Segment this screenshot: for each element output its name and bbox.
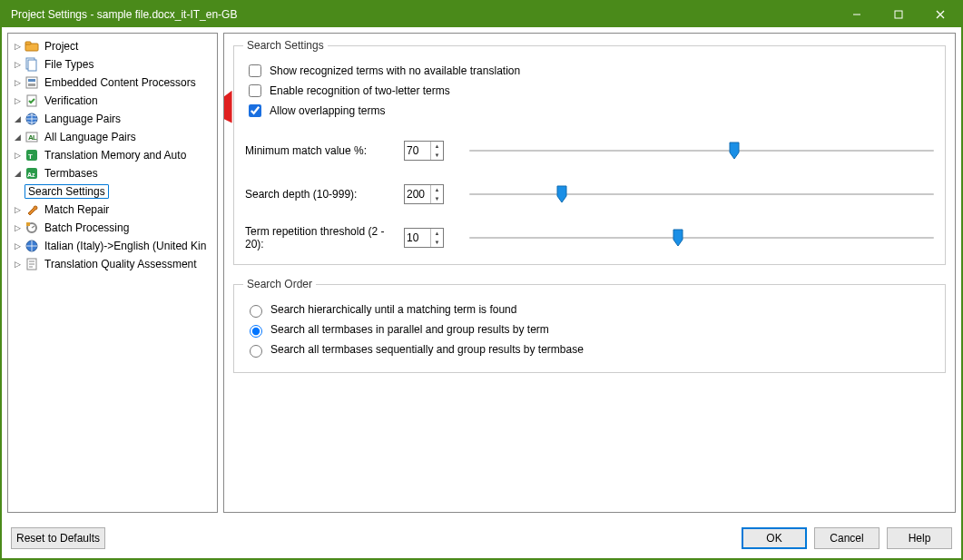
svg-text:T: T — [28, 152, 33, 161]
tree-label: Language Pairs — [43, 113, 123, 125]
search-depth-slider[interactable] — [469, 185, 934, 203]
search-depth-input[interactable] — [405, 188, 430, 201]
svg-rect-1 — [895, 11, 902, 18]
language-pair-icon — [25, 239, 39, 253]
navigation-tree[interactable]: ▷ Project ▷ File — [7, 33, 218, 513]
chevron-right-icon[interactable]: ▷ — [12, 241, 23, 251]
tree-item-termbases[interactable]: ◢ Az Termbases — [8, 164, 217, 182]
chevron-down-icon[interactable]: ◢ — [12, 132, 23, 142]
tree-item-tqa[interactable]: ▷ Translation Quality Assessment — [8, 255, 217, 273]
search-settings-group: Search Settings Show recognized terms wi… — [233, 39, 946, 265]
min-match-slider[interactable] — [469, 142, 934, 160]
term-rep-label: Term repetition threshold (2 - 20): — [245, 225, 404, 251]
radio-parallel[interactable]: Search all termbases in parallel and gro… — [245, 319, 934, 339]
tree-item-project[interactable]: ▷ Project — [8, 37, 217, 55]
cancel-button[interactable]: Cancel — [814, 527, 879, 549]
svg-rect-21 — [26, 222, 30, 226]
chevron-right-icon[interactable]: ▷ — [12, 222, 23, 233]
search-depth-spinner[interactable]: ▲▼ — [404, 184, 444, 204]
checkbox-allow-overlap[interactable]: Allow overlapping terms — [245, 101, 934, 121]
tree-item-match-repair[interactable]: ▷ Match Repair — [8, 201, 217, 219]
chevron-right-icon[interactable]: ▷ — [12, 95, 23, 106]
spin-down-icon[interactable]: ▼ — [431, 238, 443, 247]
chevron-right-icon[interactable]: ▷ — [12, 150, 23, 161]
radio-label: Search hierarchically until a matching t… — [270, 303, 516, 316]
radio-input[interactable] — [250, 325, 262, 338]
window-title: Project Settings - sample file.docx_it-I… — [11, 8, 836, 21]
tree-label: Italian (Italy)->English (United Kin — [43, 240, 208, 252]
tree-item-all-language-pairs[interactable]: ◢ AL All Language Pairs — [8, 128, 217, 146]
minimize-button[interactable] — [836, 2, 878, 27]
min-match-input[interactable] — [405, 144, 430, 157]
chevron-down-icon[interactable]: ◢ — [12, 113, 23, 124]
svg-rect-5 — [25, 42, 31, 44]
tree-item-verification[interactable]: ▷ Verification — [8, 92, 217, 110]
help-button[interactable]: Help — [887, 527, 952, 549]
tm-icon: T — [25, 148, 39, 162]
tree-label: Termbases — [43, 167, 100, 180]
tree-item-search-settings[interactable]: ▷ Search Settings — [8, 182, 217, 201]
svg-rect-8 — [26, 77, 37, 88]
radio-label: Search all termbases in parallel and gro… — [270, 323, 549, 336]
tree-item-italian-english[interactable]: ▷ Italian (Italy)->English (United Kin — [8, 237, 217, 255]
tree-label: Translation Quality Assessment — [43, 258, 199, 270]
checkbox-input[interactable] — [249, 64, 261, 77]
tree-item-language-pairs[interactable]: ◢ Language Pairs — [8, 110, 217, 128]
svg-text:Az: Az — [27, 172, 35, 178]
chevron-right-icon[interactable]: ▷ — [12, 259, 23, 270]
close-button[interactable] — [919, 2, 961, 27]
spin-down-icon[interactable]: ▼ — [431, 194, 443, 203]
group-legend: Search Order — [243, 278, 316, 290]
dialog-footer: Reset to Defaults OK Cancel Help — [2, 518, 961, 558]
ok-button[interactable]: OK — [742, 527, 807, 549]
term-rep-spinner[interactable]: ▲▼ — [404, 228, 444, 248]
term-rep-slider[interactable] — [469, 229, 934, 247]
tree-label: Verification — [43, 94, 100, 107]
min-match-row: Minimum match value %: ▲▼ — [245, 137, 934, 164]
chevron-down-icon[interactable]: ◢ — [12, 168, 23, 179]
radio-label: Search all termbases sequentially and gr… — [270, 343, 584, 356]
tree-label: Embedded Content Processors — [43, 76, 198, 89]
tree-label: Translation Memory and Auto — [43, 149, 188, 162]
term-rep-row: Term repetition threshold (2 - 20): ▲▼ — [245, 224, 934, 251]
spinner-buttons[interactable]: ▲▼ — [430, 185, 443, 203]
checkbox-input[interactable] — [249, 84, 261, 97]
slider-thumb-icon[interactable] — [672, 229, 684, 247]
maximize-button[interactable] — [878, 2, 919, 27]
spin-up-icon[interactable]: ▲ — [431, 142, 443, 151]
checkbox-enable-two-letter[interactable]: Enable recognition of two-letter terms — [245, 81, 934, 101]
spin-up-icon[interactable]: ▲ — [431, 185, 443, 194]
checkbox-label: Allow overlapping terms — [270, 104, 385, 117]
spin-up-icon[interactable]: ▲ — [431, 229, 443, 238]
reset-defaults-button[interactable]: Reset to Defaults — [11, 527, 105, 549]
checkbox-input[interactable] — [249, 104, 261, 117]
spinner-buttons[interactable]: ▲▼ — [430, 229, 443, 247]
tree-item-embedded[interactable]: ▷ Embedded Content Processors — [8, 74, 217, 92]
termbase-icon: Az — [25, 166, 39, 181]
dialog-body: ▷ Project ▷ File — [2, 27, 961, 518]
min-match-spinner[interactable]: ▲▼ — [404, 141, 444, 161]
window-controls — [836, 2, 961, 27]
slider-thumb-icon[interactable] — [555, 185, 568, 203]
svg-rect-9 — [28, 79, 35, 82]
term-rep-input[interactable] — [405, 231, 430, 244]
spin-down-icon[interactable]: ▼ — [431, 151, 443, 160]
radio-input[interactable] — [250, 305, 262, 318]
tree-item-tm-auto[interactable]: ▷ T Translation Memory and Auto — [8, 146, 217, 164]
tree-item-file-types[interactable]: ▷ File Types — [8, 55, 217, 74]
radio-sequential[interactable]: Search all termbases sequentially and gr… — [245, 339, 934, 359]
language-pairs-icon — [25, 112, 39, 126]
chevron-right-icon[interactable]: ▷ — [12, 204, 23, 215]
spinner-buttons[interactable]: ▲▼ — [430, 142, 443, 160]
slider-thumb-icon[interactable] — [728, 142, 741, 160]
checkbox-show-recognized[interactable]: Show recognized terms with no available … — [245, 61, 934, 81]
tree-item-batch-processing[interactable]: ▷ Batch Processing — [8, 219, 217, 237]
chevron-right-icon[interactable]: ▷ — [12, 77, 23, 88]
radio-hierarchical[interactable]: Search hierarchically until a matching t… — [245, 300, 934, 319]
settings-content: Search Settings Show recognized terms wi… — [223, 33, 956, 513]
chevron-right-icon[interactable]: ▷ — [12, 59, 23, 70]
chevron-right-icon[interactable]: ▷ — [12, 41, 23, 52]
tree-label: Match Repair — [43, 203, 111, 216]
radio-input[interactable] — [250, 345, 262, 358]
search-depth-label: Search depth (10-999): — [245, 188, 404, 201]
